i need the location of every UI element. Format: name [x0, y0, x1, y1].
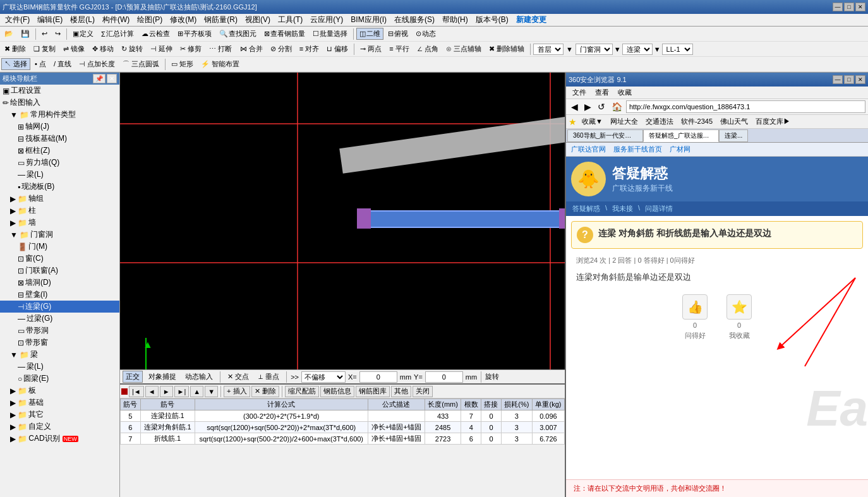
- move-mode-combo[interactable]: 不偏移: [301, 371, 346, 383]
- menu-bim[interactable]: BIM应用(I): [347, 14, 390, 26]
- merge-button[interactable]: ⋈ 合并: [237, 43, 266, 55]
- close-panel-button[interactable]: 关闭: [413, 386, 433, 397]
- browser-close[interactable]: ✕: [855, 75, 865, 84]
- link-material[interactable]: 广材网: [670, 145, 690, 154]
- tree-window[interactable]: ⊡ 窗(C): [0, 253, 119, 265]
- tree-common-types[interactable]: ▼ 📁 常用构件类型: [0, 109, 119, 121]
- scale-rebar-button[interactable]: 缩尺配筋: [285, 386, 319, 397]
- point-length-button[interactable]: ⊣ 点加长度: [76, 58, 118, 70]
- menu-rebar[interactable]: 钢筋量(R): [200, 14, 241, 26]
- tree-slab[interactable]: ▪ 现浇板(B): [0, 181, 119, 193]
- save-button[interactable]: 💾: [18, 28, 33, 39]
- rotate-button[interactable]: ↻ 旋转: [118, 43, 146, 55]
- dynamic-input-button[interactable]: 动态输入: [182, 371, 216, 383]
- copy-button[interactable]: ❑ 复制: [30, 43, 59, 55]
- tree-beam[interactable]: — 梁(L): [0, 169, 119, 181]
- move-up-button[interactable]: ▲: [190, 386, 203, 397]
- two-point-button[interactable]: ⊸ 两点: [357, 43, 385, 55]
- tab-beam[interactable]: 连梁...: [719, 129, 748, 142]
- qa-nav-detail[interactable]: 问题详情: [645, 204, 673, 213]
- select-mode-button[interactable]: ↖ 选择: [1, 58, 30, 70]
- tree-wall-group[interactable]: ▶ 📁 墙: [0, 217, 119, 229]
- type-combo[interactable]: 连梁: [622, 44, 653, 55]
- define-button[interactable]: ▣ 定义: [69, 28, 97, 40]
- like-button[interactable]: 👍 0 问得好: [682, 294, 708, 340]
- menu-tools[interactable]: 工具(T): [274, 14, 306, 26]
- three-point-button[interactable]: ⊙ 三点辅轴: [443, 43, 485, 55]
- bookmark-baidu[interactable]: 百度文库▶: [753, 116, 793, 127]
- browser-maximize[interactable]: □: [844, 75, 854, 84]
- rebar-info-button[interactable]: 钢筋信息: [320, 386, 354, 397]
- 2d-view-button[interactable]: ◫ 二维: [356, 28, 383, 40]
- tree-cad-recognition[interactable]: ▶ 📁 CAD识别 NEW: [0, 433, 119, 445]
- orthogonal-button[interactable]: 正交: [123, 371, 143, 383]
- menu-new-change[interactable]: 新建变更: [512, 14, 550, 26]
- parallel-button[interactable]: ≡ 平行: [386, 43, 412, 55]
- tree-round-beam[interactable]: ○ 圆梁(E): [0, 373, 119, 385]
- tab-360[interactable]: 360导航_新一代安全上网...: [567, 129, 643, 142]
- collect-button[interactable]: ⭐ 0 我收藏: [726, 294, 752, 340]
- browser-menu-view[interactable]: 查看: [591, 87, 613, 98]
- forward-button[interactable]: ▶: [582, 101, 594, 112]
- tree-other-group[interactable]: ▶ 📁 其它: [0, 409, 119, 421]
- menu-view[interactable]: 视图(V): [241, 14, 274, 26]
- snap-button[interactable]: 对象捕捉: [145, 371, 179, 383]
- browser-menu-file[interactable]: 文件: [569, 87, 590, 98]
- find-element-button[interactable]: 🔍 查找图元: [216, 28, 260, 40]
- tree-custom-group[interactable]: ▶ 📁 自定义: [0, 421, 119, 433]
- move-down-button[interactable]: ▼: [205, 386, 218, 397]
- delete-button[interactable]: ✖ 删除: [1, 43, 29, 55]
- tree-strip-window[interactable]: ⊡ 带形窗: [0, 337, 119, 349]
- smart-place-button[interactable]: ⚡ 智能布置: [198, 58, 243, 70]
- tree-lintel[interactable]: — 过梁(G): [0, 313, 119, 325]
- tree-wall-hole[interactable]: ⊠ 墙洞(D): [0, 277, 119, 289]
- tree-frame-column[interactable]: ⊠ 框柱(Z): [0, 145, 119, 157]
- bookmark-software[interactable]: 软件-2345: [678, 116, 715, 127]
- back-button[interactable]: ◀: [569, 101, 581, 112]
- y-coord-input[interactable]: [425, 371, 463, 383]
- home-button[interactable]: 🏠: [609, 101, 625, 112]
- undo-button[interactable]: ↩: [39, 28, 51, 39]
- last-record-button[interactable]: ►|: [174, 386, 190, 397]
- id-combo[interactable]: LL-1: [662, 44, 693, 55]
- prev-record-button[interactable]: ◄: [145, 386, 159, 397]
- qa-nav-unread[interactable]: 我未接: [612, 204, 633, 213]
- del-aux-button[interactable]: ✖ 删除辅轴: [486, 43, 527, 55]
- coupling-beam-shape[interactable]: [360, 210, 562, 228]
- menu-cloud[interactable]: 云应用(Y): [306, 14, 347, 26]
- tree-strip-hole[interactable]: ▭ 带形洞: [0, 325, 119, 337]
- tree-niche[interactable]: ⊟ 壁龛(I): [0, 289, 119, 301]
- cloud-check-button[interactable]: ☁ 云检查: [138, 28, 173, 40]
- open-button[interactable]: 📂: [1, 28, 16, 39]
- first-record-button[interactable]: |◄: [129, 386, 144, 397]
- tree-door-window[interactable]: ▼ 📁 门窗洞: [0, 229, 119, 241]
- next-record-button[interactable]: ►: [160, 386, 173, 397]
- browser-menu-fav[interactable]: 收藏: [614, 87, 636, 98]
- tree-door-window-combo[interactable]: ⊡ 门联窗(A): [0, 265, 119, 277]
- other-button[interactable]: 其他: [391, 386, 411, 397]
- intersection-button[interactable]: ✕ 交点: [224, 371, 252, 383]
- rebar-lib-button[interactable]: 钢筋图库: [356, 386, 390, 397]
- panel-close-button[interactable]: ✕: [107, 74, 117, 83]
- dynamic-view-button[interactable]: ⊙ 动态: [413, 28, 439, 40]
- tree-door[interactable]: 🚪 门(M): [0, 241, 119, 253]
- floor-combo[interactable]: 首层: [533, 44, 564, 55]
- part-combo[interactable]: 门窗洞: [576, 44, 613, 55]
- top-view-button[interactable]: ⊟ 俯视: [385, 28, 411, 40]
- menu-version[interactable]: 版本号(B): [472, 14, 512, 26]
- table-row[interactable]: 7 折线筋.1 sqrt(sqr(1200)+sqr(500-2*20))/2+…: [121, 433, 565, 445]
- tree-axis-group[interactable]: ▶ 📁 轴组: [0, 193, 119, 205]
- tab-qa[interactable]: 答疑解惑_广联达服务新干...: [643, 129, 719, 142]
- point-angle-button[interactable]: ∠ 点角: [414, 43, 442, 55]
- refresh-button[interactable]: ↺: [595, 101, 608, 112]
- point-mode-button[interactable]: • 点: [32, 58, 49, 70]
- menu-draw[interactable]: 绘图(P): [133, 14, 166, 26]
- browser-minimize[interactable]: —: [833, 75, 843, 84]
- x-coord-input[interactable]: [359, 371, 397, 383]
- link-service[interactable]: 服务新干线首页: [613, 145, 662, 154]
- tree-slab-group[interactable]: ▶ 📁 板: [0, 385, 119, 397]
- line-mode-button[interactable]: / 直线: [51, 58, 75, 70]
- menu-modify[interactable]: 修改(M): [166, 14, 200, 26]
- link-glodon[interactable]: 广联达官网: [571, 145, 606, 154]
- qa-nav-home[interactable]: 答疑解惑: [572, 204, 600, 213]
